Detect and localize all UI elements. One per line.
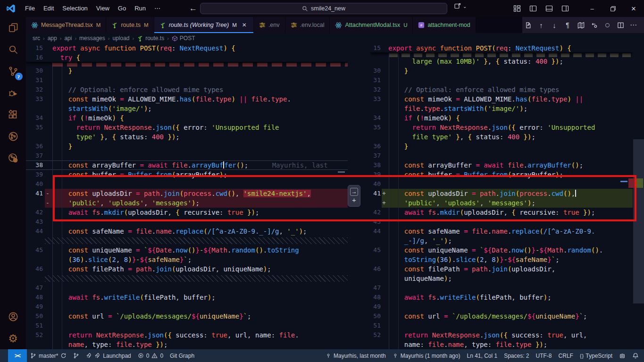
tab-route-ts-working-tree-[interactable]: route.ts (Working Tree)M✕ (154, 17, 254, 33)
line-number (26, 340, 45, 349)
arrow-down-icon[interactable]: ↓ (549, 19, 560, 31)
code-line: 37 (26, 151, 348, 160)
line-number: 35 (26, 123, 45, 132)
diff-pane-modified[interactable]: 15export async function POST(req: NextRe… (370, 43, 633, 349)
breadcrumb-upload[interactable]: upload (112, 35, 129, 42)
tab-close-icon[interactable]: ✕ (241, 21, 248, 29)
breadcrumb-messages[interactable]: messages (79, 35, 105, 42)
split-icon[interactable] (615, 19, 626, 31)
activity-git-graph[interactable] (2, 126, 25, 147)
line-number: 51 (26, 321, 45, 330)
statusbar-encoding[interactable]: UTF-8 (533, 349, 555, 362)
line-number: 34 (26, 113, 45, 123)
map-icon[interactable] (575, 19, 586, 31)
diff-editor[interactable]: 15export async function POST(req: NextRe… (26, 43, 644, 349)
tab-label: route.ts (121, 22, 141, 28)
code-line: 49 (370, 302, 633, 311)
statusbar-git-graph-view[interactable] (70, 349, 83, 362)
statusbar-launchpad[interactable]: Launchpad (83, 349, 134, 362)
code-line: 38 const arrayBuffer = await file.arrayB… (26, 160, 348, 170)
code-line: 15export async function POST(req: NextRe… (370, 43, 633, 53)
statusbar-git-graph[interactable]: Git Graph (167, 349, 198, 362)
tab-route-ts[interactable]: route.tsM (106, 17, 154, 33)
more-icon[interactable]: ⋯ (628, 19, 639, 31)
statusbar-problems[interactable]: 00 (134, 349, 167, 362)
menu-⋯[interactable]: ⋯ (150, 2, 165, 15)
activity-source-control[interactable]: 7 (2, 60, 25, 82)
menu-go[interactable]: Go (114, 2, 130, 15)
statusbar-copilot[interactable] (616, 349, 629, 362)
pilcrow-icon[interactable]: ¶ (562, 19, 573, 31)
swap-icon[interactable] (588, 19, 600, 31)
statusbar-eol[interactable]: CRLF (555, 349, 577, 362)
line-number: 30 (26, 66, 45, 76)
statusbar-cursor-position[interactable]: Ln 41, Col 1 (463, 349, 501, 362)
stage-change-plus-icon[interactable]: + (352, 196, 356, 204)
close-button[interactable]: ✕ (623, 0, 644, 17)
tab-messagethread-tsx[interactable]: MessageThread.tsxM (26, 17, 106, 33)
statusbar-remote[interactable]: >< (8, 349, 27, 362)
statusbar-notifications[interactable] (629, 349, 642, 362)
menu-view[interactable]: View (92, 2, 114, 15)
line-number: 36 (370, 142, 382, 151)
code-line: type' }, { status: 400 }); (26, 132, 348, 142)
tab-attachmentmodal-tsx[interactable]: AttachmentModal.tsxU (330, 17, 413, 33)
activity-search[interactable] (2, 39, 25, 60)
statusbar-text: TypeScript (585, 353, 612, 359)
commit-icon (326, 353, 331, 359)
menu-run[interactable]: Run (130, 2, 150, 15)
code-line: 50 const url = `/uploads/messages/${uniq… (26, 311, 348, 321)
branch-icon (30, 353, 36, 359)
statusbar-indentation[interactable]: Spaces: 2 (501, 349, 532, 362)
minimize-button[interactable]: – (582, 0, 602, 17)
branch-icon (73, 353, 79, 359)
statusbar-branch[interactable]: master* (27, 349, 70, 362)
activity-run-debug[interactable] (2, 82, 25, 104)
activity-account[interactable] (2, 306, 25, 328)
menu-edit[interactable]: Edit (39, 2, 58, 15)
activity-gitlens[interactable] (2, 147, 25, 169)
toggle-secondary-sidebar-icon[interactable] (559, 2, 571, 15)
breadcrumb-api[interactable]: api (64, 35, 72, 42)
statusbar-blame-right[interactable]: Mayurhis (1 month ago) (389, 349, 464, 362)
diff-pane-original[interactable]: 15export async function POST(req: NextRe… (26, 43, 348, 349)
restore-button[interactable] (602, 0, 623, 17)
sync-dropdown[interactable]: ⌄ (454, 2, 467, 10)
tab--env-local[interactable]: .env.local (285, 17, 330, 33)
line-number (26, 198, 45, 208)
statusbar-blame-left[interactable]: Mayurhis, last month (322, 349, 389, 362)
nav-back-icon[interactable]: ← (189, 4, 197, 13)
search-value: smile24_new (311, 5, 345, 12)
line-number: 16 (26, 53, 45, 62)
customize-layout-icon[interactable] (511, 2, 523, 15)
tab-dirty-badge: M (144, 22, 149, 28)
statusbar-language-mode[interactable]: { }TypeScript (577, 349, 616, 362)
code-line: 31 (370, 76, 633, 85)
menu-file[interactable]: File (21, 2, 39, 15)
vertical-scrollbar[interactable] (633, 139, 644, 303)
line-number: 44 (370, 227, 382, 236)
activity-explorer[interactable] (2, 17, 25, 39)
command-center-search[interactable]: smile24_new (200, 3, 447, 14)
revert-block-widget[interactable]: → + (348, 185, 360, 207)
rocket-icon (94, 353, 100, 359)
circle-icon[interactable] (602, 19, 613, 31)
tab-attachment-mod[interactable]: #attachment-mod (413, 17, 476, 33)
activity-settings[interactable]: ⚙ (2, 328, 25, 349)
toggle-sidebar-icon[interactable] (527, 2, 539, 15)
tune-icon (291, 22, 297, 28)
tab--env[interactable]: .env (254, 17, 285, 33)
breadcrumb-app[interactable]: app (48, 35, 57, 42)
apply-change-arrow-icon[interactable]: → (350, 188, 358, 196)
activity-extensions[interactable] (2, 104, 25, 126)
breadcrumb-separator: › (108, 35, 110, 41)
arrow-up-icon[interactable]: ↑ (535, 19, 547, 31)
breadcrumb-route.ts[interactable]: route.ts (137, 35, 164, 42)
breadcrumb-post[interactable]: POST (172, 35, 195, 42)
breadcrumb-src[interactable]: src (33, 35, 40, 42)
menu-selection[interactable]: Selection (58, 2, 92, 15)
toggle-panel-icon[interactable] (543, 2, 555, 15)
goto-file-icon[interactable] (522, 19, 534, 31)
tab-dirty-badge: M (232, 22, 237, 28)
line-number: 33 (26, 94, 45, 104)
